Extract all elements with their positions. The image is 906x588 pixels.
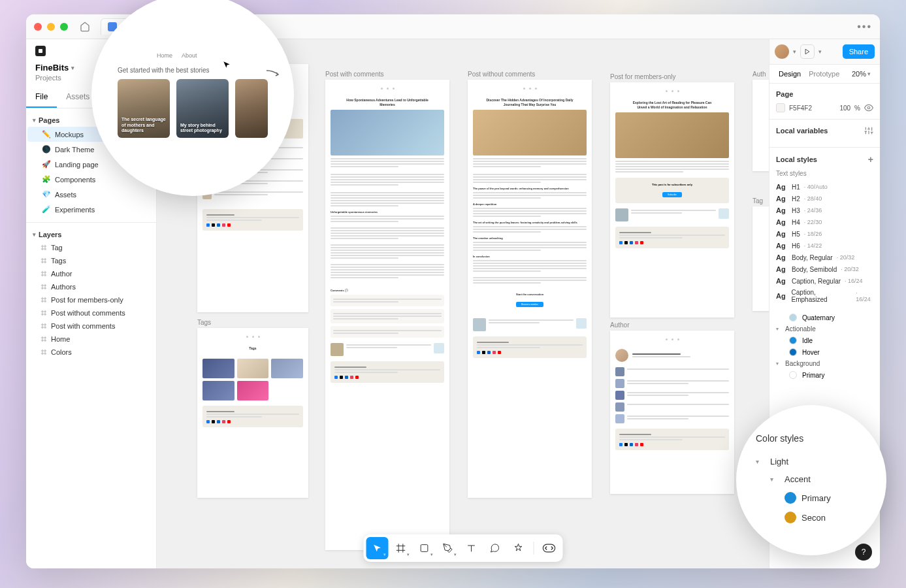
story-card[interactable]: My story behind street photography xyxy=(176,79,229,138)
frame-tags[interactable]: Tags xyxy=(197,328,308,498)
frame-icon xyxy=(40,297,47,303)
text-styles-label: Text styles xyxy=(776,170,873,177)
chevron-down-icon[interactable]: ▾ xyxy=(818,48,822,55)
layer-item[interactable]: Home xyxy=(26,333,156,346)
svg-point-3 xyxy=(867,106,870,109)
layer-item[interactable]: Tags xyxy=(26,254,156,267)
actions-tool[interactable] xyxy=(507,537,529,559)
story-card[interactable]: The secret language of mothers and daugh… xyxy=(118,79,170,138)
frame-post-comments[interactable]: How Spontaneous Adventures Lead to Unfor… xyxy=(325,80,449,550)
chevron-down-icon[interactable]: ▾ xyxy=(793,48,796,55)
zoom-callout-label: Get started with the best stories xyxy=(118,67,268,74)
background-opacity[interactable]: 100 xyxy=(839,105,850,112)
text-style-item[interactable]: AgH4 · 22/30 xyxy=(776,216,873,228)
zoom-dropdown[interactable]: 20% ▾ xyxy=(848,65,875,83)
text-style-item[interactable]: AgH6 · 14/22 xyxy=(776,240,873,252)
text-style-item[interactable]: AgH2 · 28/40 xyxy=(776,193,873,204)
frame-tag-partial[interactable] xyxy=(752,206,769,311)
tab-design[interactable]: Design xyxy=(775,65,805,83)
layer-item[interactable]: Post with comments xyxy=(26,319,156,333)
toolbar: ▾ ▾ ▾ ▾ xyxy=(363,534,562,562)
color-group-accent[interactable]: ▾Accent xyxy=(756,470,867,488)
close-window-button[interactable] xyxy=(34,23,42,31)
layers-section: ▾ Layers TagTagsAuthorAuthorsPost for me… xyxy=(26,222,156,364)
frame-tool[interactable]: ▾ xyxy=(389,537,412,559)
text-tool[interactable] xyxy=(460,537,482,559)
pen-tool[interactable]: ▾ xyxy=(436,537,459,559)
frame-label-post-members[interactable]: Post for members-only xyxy=(610,73,676,80)
color-swatch-primary xyxy=(785,492,796,504)
color-primary[interactable]: Primary xyxy=(756,488,867,508)
maximize-window-button[interactable] xyxy=(60,23,68,31)
layer-item[interactable]: Post for members-only xyxy=(26,293,156,306)
user-avatar[interactable] xyxy=(775,44,789,59)
frame-label-author[interactable]: Author xyxy=(610,321,629,329)
layer-item[interactable]: Tag xyxy=(26,241,156,254)
frame-author[interactable] xyxy=(610,331,734,494)
color-group-background[interactable]: ▾Background xyxy=(776,358,873,369)
page-icon: 🧪 xyxy=(42,205,51,214)
svg-marker-2 xyxy=(805,49,809,54)
text-style-item[interactable]: AgBody, Regular · 20/32 xyxy=(776,252,873,263)
layer-item[interactable]: Author xyxy=(26,267,156,280)
help-button[interactable]: ? xyxy=(855,544,872,561)
right-panel-top: ▾ ▾ Share xyxy=(769,39,880,65)
story-card-partial[interactable] xyxy=(235,79,268,138)
minimize-window-button[interactable] xyxy=(47,23,55,31)
visibility-toggle-icon[interactable] xyxy=(864,103,873,112)
sliders-icon[interactable] xyxy=(864,126,873,135)
overflow-menu-button[interactable]: ••• xyxy=(857,21,872,33)
right-panel-tabs: Design Prototype 20% ▾ xyxy=(769,65,880,84)
frame-label-auth[interactable]: Auth xyxy=(752,71,766,78)
layer-item[interactable]: Authors xyxy=(26,280,156,293)
dev-mode-toggle[interactable] xyxy=(538,537,560,559)
text-style-preview: Ag xyxy=(776,242,788,250)
frame-auth-partial[interactable] xyxy=(752,80,769,171)
layers-section-header[interactable]: ▾ Layers xyxy=(26,228,156,241)
text-style-item[interactable]: AgBody, Semibold · 20/32 xyxy=(776,263,873,275)
page-icon: 🧩 xyxy=(42,175,51,184)
color-swatch[interactable] xyxy=(776,103,785,112)
text-style-item[interactable]: AgH5 · 18/26 xyxy=(776,228,873,240)
tab-file[interactable]: File xyxy=(26,87,57,108)
color-hover[interactable]: Hover xyxy=(776,346,873,358)
color-idle[interactable]: Idle xyxy=(776,335,873,346)
home-icon[interactable] xyxy=(80,22,90,32)
page-item[interactable]: 🧪Experiments xyxy=(27,202,155,217)
frame-post-members[interactable]: Exploring the Lost Art of Reading for Pl… xyxy=(610,82,734,318)
color-secondary[interactable]: Secon xyxy=(756,508,867,527)
share-button[interactable]: Share xyxy=(843,44,875,59)
color-group-light[interactable]: ▾Light xyxy=(756,453,867,470)
comment-tool[interactable] xyxy=(483,537,506,559)
frame-label-post-no-comments[interactable]: Post without comments xyxy=(468,71,535,78)
frame-icon xyxy=(40,349,47,355)
color-group-actionable[interactable]: ▾Actionable xyxy=(776,323,873,335)
local-variables-section[interactable]: Local variables xyxy=(769,120,880,148)
add-style-icon[interactable]: + xyxy=(868,154,873,165)
page-item[interactable]: 💎Assets xyxy=(27,187,155,202)
text-style-item[interactable]: AgCaption, Emphasized · 16/24 xyxy=(776,287,873,305)
frame-label-tags[interactable]: Tags xyxy=(197,319,211,326)
shape-tool[interactable]: ▾ xyxy=(413,537,435,559)
layer-item[interactable]: Colors xyxy=(26,346,156,359)
frame-post-no-comments[interactable]: Discover The Hidden Advantages Of Incorp… xyxy=(468,80,592,498)
text-style-item[interactable]: AgH1 · 40/Auto xyxy=(776,181,873,193)
layer-item[interactable]: Post without comments xyxy=(26,306,156,319)
chevron-down-icon: ▾ xyxy=(33,117,36,123)
frame-label-tag[interactable]: Tag xyxy=(752,197,763,204)
move-tool[interactable]: ▾ xyxy=(366,537,388,559)
text-style-item[interactable]: AgCaption, Regular · 16/24 xyxy=(776,275,873,287)
text-style-preview: Ag xyxy=(776,183,788,191)
text-style-item[interactable]: AgH3 · 24/36 xyxy=(776,204,873,216)
tab-prototype[interactable]: Prototype xyxy=(805,65,843,83)
color-quaternary[interactable]: Quaternary xyxy=(776,312,873,323)
background-hex[interactable]: F5F4F2 xyxy=(789,105,835,112)
svg-rect-0 xyxy=(421,545,428,552)
color-bg-primary[interactable]: Primary xyxy=(776,369,873,381)
page-icon: 💎 xyxy=(42,190,51,199)
present-button[interactable] xyxy=(800,44,815,59)
frame-icon xyxy=(40,323,47,329)
text-style-preview: Ag xyxy=(776,230,788,238)
background-row[interactable]: F5F4F2 100 % xyxy=(776,103,873,112)
frame-label-post-comments[interactable]: Post with comments xyxy=(325,71,383,78)
